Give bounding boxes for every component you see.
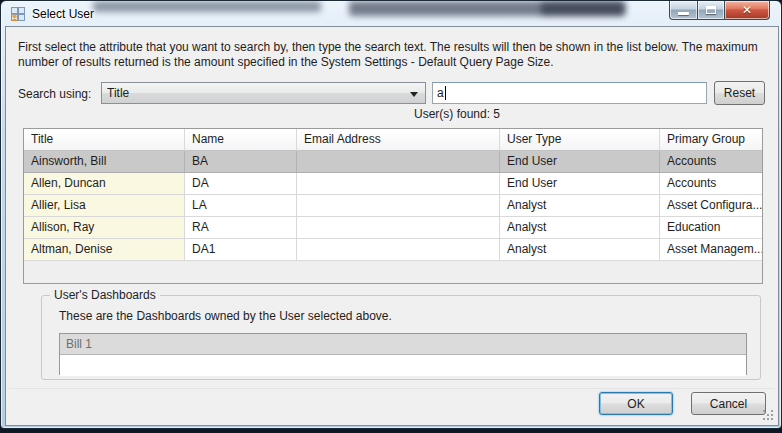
close-button[interactable]: ✕ <box>725 1 770 20</box>
cell-title: Ainsworth, Bill <box>24 151 185 173</box>
titlebar-glass-reflection <box>541 2 626 15</box>
ok-button[interactable]: OK <box>599 392 673 415</box>
table-row[interactable]: Altman, Denise DA1 Analyst Asset Managem… <box>24 239 762 261</box>
results-count: User(s) found: 5 <box>414 107 500 121</box>
cell-user-type: End User <box>500 173 660 195</box>
minimize-button[interactable] <box>669 1 698 20</box>
cell-title: Allison, Ray <box>24 217 185 239</box>
dashboards-description: These are the Dashboards owned by the Us… <box>59 309 392 323</box>
app-icon <box>10 6 26 22</box>
cell-name: DA1 <box>185 239 297 261</box>
cell-name: LA <box>185 195 297 217</box>
instruction-text: First select the attribute that you want… <box>18 40 766 70</box>
dashboards-list[interactable]: Bill 1 <box>59 333 747 375</box>
select-user-dialog: Select User ✕ First select the attribute… <box>0 0 782 429</box>
cell-primary-group: Asset Configura... <box>660 195 762 217</box>
text-caret <box>445 86 446 100</box>
list-item[interactable]: Bill 1 <box>60 334 746 355</box>
cell-title: Altman, Denise <box>24 239 185 261</box>
cell-primary-group: Accounts <box>660 151 762 173</box>
cell-primary-group: Education <box>660 217 762 239</box>
minimize-icon <box>678 12 689 15</box>
column-header-email[interactable]: Email Address <box>297 129 500 151</box>
cell-name: DA <box>185 173 297 195</box>
cell-email <box>297 173 500 195</box>
cell-title: Allier, Lisa <box>24 195 185 217</box>
list-item-empty <box>60 355 746 376</box>
titlebar-glass-reflection <box>93 1 321 12</box>
close-icon: ✕ <box>742 2 752 19</box>
cell-user-type: Analyst <box>500 195 660 217</box>
window-title: Select User <box>32 7 94 21</box>
dialog-body: First select the attribute that you want… <box>6 27 778 425</box>
reset-button[interactable]: Reset <box>714 81 765 105</box>
table-row[interactable]: Allen, Duncan DA End User Accounts <box>24 173 762 195</box>
footer-separator <box>9 388 775 389</box>
column-header-title[interactable]: Title <box>24 129 185 151</box>
maximize-icon <box>706 6 716 14</box>
chevron-down-icon <box>410 92 418 97</box>
cell-primary-group: Asset Managem... <box>660 239 762 261</box>
search-input-value: a <box>437 86 444 100</box>
column-header-primary-group[interactable]: Primary Group <box>660 129 762 151</box>
search-attribute-dropdown[interactable]: Title <box>101 82 426 104</box>
search-using-label: Search using: <box>18 87 91 101</box>
cell-email <box>297 239 500 261</box>
cell-email <box>297 195 500 217</box>
titlebar[interactable]: Select User ✕ <box>1 1 781 27</box>
column-header-user-type[interactable]: User Type <box>500 129 660 151</box>
cancel-button[interactable]: Cancel <box>691 392 766 415</box>
table-row[interactable]: Allison, Ray RA Analyst Education <box>24 217 762 239</box>
cell-user-type: Analyst <box>500 239 660 261</box>
table-row[interactable]: Ainsworth, Bill BA End User Accounts <box>24 151 762 173</box>
table-row[interactable]: Allier, Lisa LA Analyst Asset Configura.… <box>24 195 762 217</box>
cell-name: BA <box>185 151 297 173</box>
dashboards-group-title: User's Dashboards <box>50 288 160 302</box>
maximize-button[interactable] <box>698 1 725 20</box>
cell-user-type: End User <box>500 151 660 173</box>
results-table: Title Name Email Address User Type Prima… <box>23 128 763 284</box>
cell-user-type: Analyst <box>500 217 660 239</box>
cell-name: RA <box>185 217 297 239</box>
cell-primary-group: Accounts <box>660 173 762 195</box>
dropdown-selected-value: Title <box>107 86 129 100</box>
column-header-name[interactable]: Name <box>185 129 297 151</box>
search-text-input[interactable]: a <box>432 82 707 104</box>
cell-email <box>297 151 500 173</box>
cell-email <box>297 217 500 239</box>
dashboards-groupbox: User's Dashboards These are the Dashboar… <box>41 295 761 380</box>
resize-grip[interactable] <box>763 410 775 422</box>
table-header-row: Title Name Email Address User Type Prima… <box>24 129 762 151</box>
window-controls: ✕ <box>669 1 770 20</box>
cell-title: Allen, Duncan <box>24 173 185 195</box>
